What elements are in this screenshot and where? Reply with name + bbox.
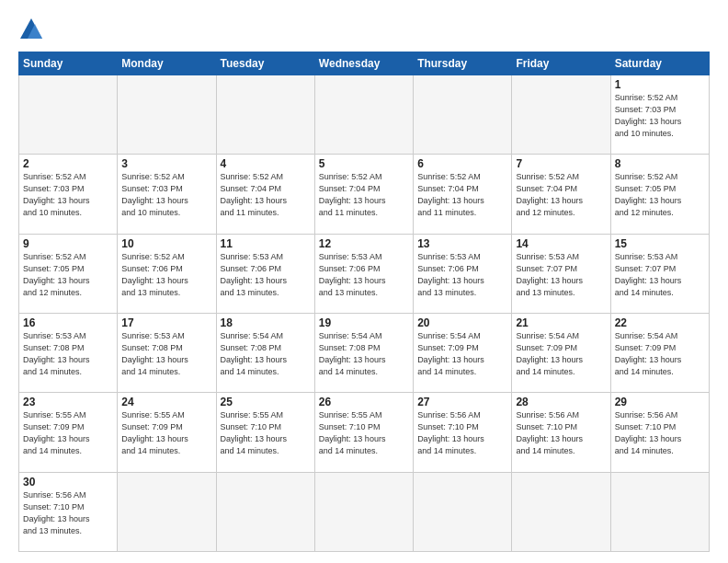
day-info: Sunrise: 5:54 AM Sunset: 7:08 PM Dayligh… bbox=[221, 330, 311, 378]
day-number: 30 bbox=[23, 476, 113, 488]
day-info: Sunrise: 5:56 AM Sunset: 7:10 PM Dayligh… bbox=[516, 409, 606, 457]
day-info: Sunrise: 5:53 AM Sunset: 7:06 PM Dayligh… bbox=[319, 251, 409, 299]
day-number: 1 bbox=[615, 78, 705, 91]
calendar-day-cell bbox=[512, 472, 610, 551]
calendar-day-cell: 27Sunrise: 5:56 AM Sunset: 7:10 PM Dayli… bbox=[414, 393, 512, 472]
day-info: Sunrise: 5:56 AM Sunset: 7:10 PM Dayligh… bbox=[417, 409, 507, 457]
calendar-day-cell bbox=[216, 75, 314, 155]
calendar-day-cell: 29Sunrise: 5:56 AM Sunset: 7:10 PM Dayli… bbox=[610, 393, 709, 472]
calendar-day-cell: 9Sunrise: 5:52 AM Sunset: 7:05 PM Daylig… bbox=[19, 234, 118, 313]
calendar-week-row: 30Sunrise: 5:56 AM Sunset: 7:10 PM Dayli… bbox=[19, 472, 710, 551]
calendar-day-cell: 14Sunrise: 5:53 AM Sunset: 7:07 PM Dayli… bbox=[512, 234, 610, 313]
calendar-day-cell: 11Sunrise: 5:53 AM Sunset: 7:06 PM Dayli… bbox=[216, 234, 314, 313]
calendar-week-row: 23Sunrise: 5:55 AM Sunset: 7:09 PM Dayli… bbox=[19, 393, 710, 472]
calendar-day-cell: 12Sunrise: 5:53 AM Sunset: 7:06 PM Dayli… bbox=[314, 234, 413, 313]
day-info: Sunrise: 5:53 AM Sunset: 7:08 PM Dayligh… bbox=[121, 330, 211, 378]
calendar-table: SundayMondayTuesdayWednesdayThursdayFrid… bbox=[18, 52, 710, 552]
day-number: 6 bbox=[417, 157, 507, 170]
calendar-week-row: 9Sunrise: 5:52 AM Sunset: 7:05 PM Daylig… bbox=[19, 234, 710, 313]
day-info: Sunrise: 5:52 AM Sunset: 7:03 PM Dayligh… bbox=[23, 171, 113, 219]
day-number: 18 bbox=[221, 316, 311, 329]
day-info: Sunrise: 5:54 AM Sunset: 7:09 PM Dayligh… bbox=[417, 330, 507, 378]
calendar-week-row: 16Sunrise: 5:53 AM Sunset: 7:08 PM Dayli… bbox=[19, 313, 710, 392]
day-info: Sunrise: 5:52 AM Sunset: 7:04 PM Dayligh… bbox=[417, 171, 507, 219]
calendar-day-cell: 6Sunrise: 5:52 AM Sunset: 7:04 PM Daylig… bbox=[414, 155, 512, 234]
day-number: 29 bbox=[615, 396, 705, 408]
weekday-header: Tuesday bbox=[216, 52, 314, 75]
weekday-header: Saturday bbox=[610, 52, 709, 75]
day-number: 8 bbox=[615, 157, 705, 170]
day-number: 24 bbox=[121, 396, 211, 408]
calendar-day-cell: 30Sunrise: 5:56 AM Sunset: 7:10 PM Dayli… bbox=[19, 472, 118, 551]
day-number: 9 bbox=[23, 237, 113, 250]
calendar-day-cell: 22Sunrise: 5:54 AM Sunset: 7:09 PM Dayli… bbox=[610, 313, 709, 392]
calendar-day-cell: 23Sunrise: 5:55 AM Sunset: 7:09 PM Dayli… bbox=[19, 393, 118, 472]
day-info: Sunrise: 5:53 AM Sunset: 7:07 PM Dayligh… bbox=[516, 251, 606, 299]
day-info: Sunrise: 5:54 AM Sunset: 7:09 PM Dayligh… bbox=[615, 330, 705, 378]
day-info: Sunrise: 5:52 AM Sunset: 7:04 PM Dayligh… bbox=[319, 171, 409, 219]
day-number: 5 bbox=[319, 157, 409, 170]
day-number: 11 bbox=[221, 237, 311, 250]
day-info: Sunrise: 5:55 AM Sunset: 7:09 PM Dayligh… bbox=[121, 409, 211, 457]
day-number: 13 bbox=[417, 237, 507, 250]
day-info: Sunrise: 5:52 AM Sunset: 7:05 PM Dayligh… bbox=[615, 171, 705, 219]
calendar-day-cell: 1Sunrise: 5:52 AM Sunset: 7:03 PM Daylig… bbox=[610, 75, 709, 155]
calendar-day-cell: 19Sunrise: 5:54 AM Sunset: 7:08 PM Dayli… bbox=[314, 313, 413, 392]
calendar-day-cell: 15Sunrise: 5:53 AM Sunset: 7:07 PM Dayli… bbox=[610, 234, 709, 313]
page: SundayMondayTuesdayWednesdayThursdayFrid… bbox=[0, 0, 728, 563]
calendar-day-cell: 28Sunrise: 5:56 AM Sunset: 7:10 PM Dayli… bbox=[512, 393, 610, 472]
day-info: Sunrise: 5:55 AM Sunset: 7:10 PM Dayligh… bbox=[319, 409, 409, 457]
day-number: 17 bbox=[121, 316, 211, 329]
calendar-day-cell: 16Sunrise: 5:53 AM Sunset: 7:08 PM Dayli… bbox=[19, 313, 118, 392]
day-info: Sunrise: 5:52 AM Sunset: 7:03 PM Dayligh… bbox=[615, 92, 705, 140]
day-info: Sunrise: 5:54 AM Sunset: 7:08 PM Dayligh… bbox=[319, 330, 409, 378]
day-info: Sunrise: 5:53 AM Sunset: 7:07 PM Dayligh… bbox=[615, 251, 705, 299]
weekday-header: Sunday bbox=[19, 52, 118, 75]
calendar-day-cell bbox=[118, 75, 216, 155]
calendar-day-cell bbox=[314, 75, 413, 155]
day-info: Sunrise: 5:55 AM Sunset: 7:10 PM Dayligh… bbox=[221, 409, 311, 457]
calendar-day-cell: 3Sunrise: 5:52 AM Sunset: 7:03 PM Daylig… bbox=[118, 155, 216, 234]
day-info: Sunrise: 5:56 AM Sunset: 7:10 PM Dayligh… bbox=[615, 409, 705, 457]
header bbox=[18, 17, 710, 42]
weekday-header: Monday bbox=[118, 52, 216, 75]
calendar-day-cell: 8Sunrise: 5:52 AM Sunset: 7:05 PM Daylig… bbox=[610, 155, 709, 234]
day-number: 22 bbox=[615, 316, 705, 329]
calendar-day-cell bbox=[314, 472, 413, 551]
weekday-header: Wednesday bbox=[314, 52, 413, 75]
calendar-day-cell: 18Sunrise: 5:54 AM Sunset: 7:08 PM Dayli… bbox=[216, 313, 314, 392]
day-info: Sunrise: 5:52 AM Sunset: 7:03 PM Dayligh… bbox=[121, 171, 211, 219]
day-number: 23 bbox=[23, 396, 113, 408]
day-number: 12 bbox=[319, 237, 409, 250]
day-number: 25 bbox=[221, 396, 311, 408]
day-number: 15 bbox=[615, 237, 705, 250]
day-info: Sunrise: 5:52 AM Sunset: 7:05 PM Dayligh… bbox=[23, 251, 113, 299]
day-info: Sunrise: 5:52 AM Sunset: 7:04 PM Dayligh… bbox=[221, 171, 311, 219]
day-info: Sunrise: 5:53 AM Sunset: 7:06 PM Dayligh… bbox=[417, 251, 507, 299]
logo bbox=[18, 17, 48, 42]
day-number: 2 bbox=[23, 157, 113, 170]
calendar-day-cell bbox=[610, 472, 709, 551]
day-info: Sunrise: 5:53 AM Sunset: 7:06 PM Dayligh… bbox=[221, 251, 311, 299]
weekday-header-row: SundayMondayTuesdayWednesdayThursdayFrid… bbox=[19, 52, 710, 75]
day-number: 19 bbox=[319, 316, 409, 329]
day-number: 7 bbox=[516, 157, 606, 170]
logo-icon bbox=[18, 17, 44, 42]
calendar-day-cell: 20Sunrise: 5:54 AM Sunset: 7:09 PM Dayli… bbox=[414, 313, 512, 392]
day-info: Sunrise: 5:56 AM Sunset: 7:10 PM Dayligh… bbox=[23, 489, 113, 537]
day-number: 4 bbox=[221, 157, 311, 170]
day-number: 27 bbox=[417, 396, 507, 408]
day-number: 21 bbox=[516, 316, 606, 329]
calendar-day-cell bbox=[414, 75, 512, 155]
day-number: 3 bbox=[121, 157, 211, 170]
calendar-day-cell bbox=[118, 472, 216, 551]
day-number: 14 bbox=[516, 237, 606, 250]
calendar-day-cell: 13Sunrise: 5:53 AM Sunset: 7:06 PM Dayli… bbox=[414, 234, 512, 313]
day-info: Sunrise: 5:55 AM Sunset: 7:09 PM Dayligh… bbox=[23, 409, 113, 457]
day-number: 26 bbox=[319, 396, 409, 408]
calendar-day-cell bbox=[216, 472, 314, 551]
day-number: 20 bbox=[417, 316, 507, 329]
day-number: 28 bbox=[516, 396, 606, 408]
calendar-day-cell: 7Sunrise: 5:52 AM Sunset: 7:04 PM Daylig… bbox=[512, 155, 610, 234]
calendar-day-cell: 17Sunrise: 5:53 AM Sunset: 7:08 PM Dayli… bbox=[118, 313, 216, 392]
